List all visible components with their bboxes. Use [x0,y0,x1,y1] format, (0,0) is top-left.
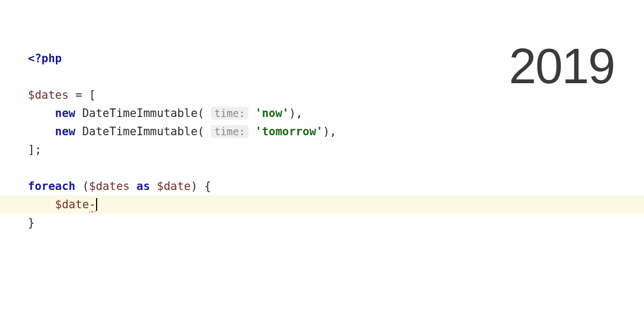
variable-dates: $dates [28,89,69,101]
code-line: new DateTimeImmutable( time: 'tomorrow')… [0,122,644,141]
code-line: ]; [0,141,644,159]
code-line [0,68,644,86]
param-hint: time: [211,107,248,120]
code-line: } [0,214,644,232]
as-keyword: as [136,180,150,193]
active-code-line: $date- [0,195,644,214]
param-hint: time: [211,125,248,138]
variable-date: $date [55,198,89,211]
string-literal: 'now' [255,107,289,120]
close-array: ]; [28,143,41,156]
php-open-tag: <?php [28,52,62,65]
arrow-partial: - [89,198,96,211]
code-line: foreach ($dates as $date) { [0,177,644,195]
foreach-keyword: foreach [28,180,76,193]
new-keyword: new [55,107,76,120]
class-name: DateTimeImmutable [82,125,197,138]
variable-dates: $dates [89,180,130,193]
code-editor[interactable]: <?php $dates = [ new DateTimeImmutable( … [0,49,644,232]
assign-bracket: = [ [69,89,96,101]
text-cursor [96,198,97,211]
string-literal: 'tomorrow' [255,125,323,138]
variable-date: $date [157,180,191,193]
code-line [0,159,644,177]
brace-close: } [28,216,35,229]
code-line: new DateTimeImmutable( time: 'now'), [0,104,644,122]
class-name: DateTimeImmutable [82,107,197,120]
brace-open: { [204,180,211,193]
code-line: $dates = [ [0,86,644,104]
code-line: <?php [0,49,644,68]
new-keyword: new [55,125,76,138]
